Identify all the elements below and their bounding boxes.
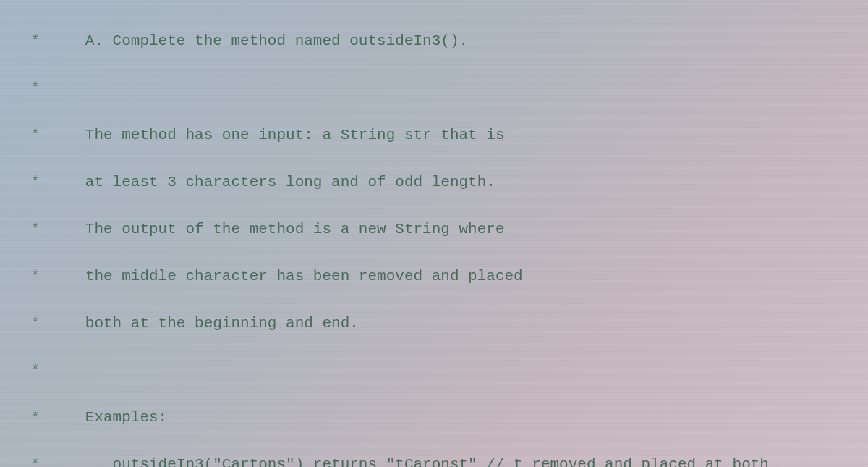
- comment-star: *: [22, 77, 58, 101]
- comment-line: * The output of the method is a new Stri…: [22, 218, 868, 242]
- code-editor[interactable]: * A. Complete the method named outsideIn…: [22, 6, 868, 467]
- comment-text: The output of the method is a new String…: [58, 221, 505, 237]
- comment-line: * The method has one input: a String str…: [22, 124, 868, 148]
- comment-line: *: [22, 77, 868, 101]
- comment-text: outsideIn3("Cartons") returns "tCaronst"…: [58, 456, 769, 467]
- comment-line: *: [22, 359, 868, 383]
- comment-line: * outsideIn3("Cartons") returns "tCarons…: [22, 453, 868, 467]
- comment-line: * both at the beginning and end.: [22, 312, 868, 336]
- comment-line: * A. Complete the method named outsideIn…: [22, 30, 868, 54]
- comment-star: *: [22, 312, 58, 336]
- comment-line: * the middle character has been removed …: [22, 265, 868, 289]
- comment-text: The method has one input: a String str t…: [58, 127, 505, 143]
- comment-star: *: [22, 30, 58, 54]
- comment-text: Examples:: [58, 409, 167, 426]
- comment-text: at least 3 characters long and of odd le…: [58, 174, 495, 190]
- comment-star: *: [22, 218, 58, 242]
- comment-star: *: [22, 124, 58, 148]
- comment-star: *: [22, 359, 58, 383]
- comment-star: *: [22, 265, 58, 289]
- comment-text: A. Complete the method named outsideIn3(…: [58, 33, 468, 49]
- comment-star: *: [22, 453, 58, 467]
- comment-star: *: [22, 406, 58, 430]
- comment-text: both at the beginning and end.: [58, 315, 359, 332]
- comment-line: * Examples:: [22, 406, 868, 430]
- comment-text: the middle character has been removed an…: [58, 268, 523, 285]
- comment-line: * at least 3 characters long and of odd …: [22, 171, 868, 195]
- comment-star: *: [22, 171, 58, 195]
